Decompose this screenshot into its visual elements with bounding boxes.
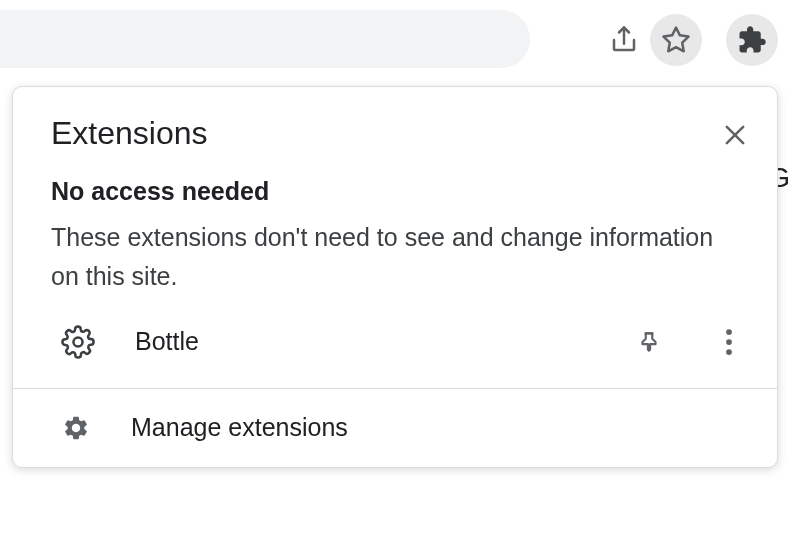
manage-extensions-button[interactable]: Manage extensions bbox=[13, 389, 777, 467]
bookmark-star-button[interactable] bbox=[650, 14, 702, 66]
extension-name: Bottle bbox=[135, 327, 589, 356]
section-heading: No access needed bbox=[51, 177, 739, 206]
omnibox-right-edge bbox=[0, 10, 530, 68]
svg-point-5 bbox=[726, 329, 732, 335]
svg-point-7 bbox=[726, 349, 732, 355]
svg-marker-0 bbox=[664, 28, 689, 52]
pin-icon bbox=[636, 329, 662, 355]
section-description: These extensions don't need to see and c… bbox=[51, 218, 739, 296]
browser-toolbar bbox=[0, 0, 790, 80]
svg-point-6 bbox=[726, 339, 732, 345]
close-button[interactable] bbox=[715, 115, 755, 155]
access-section: No access needed These extensions don't … bbox=[13, 155, 777, 296]
pin-extension-button[interactable] bbox=[629, 322, 669, 362]
gear-icon bbox=[61, 325, 95, 359]
more-vertical-icon bbox=[725, 327, 733, 357]
more-options-button[interactable] bbox=[709, 322, 749, 362]
popup-title: Extensions bbox=[51, 115, 208, 152]
manage-extensions-label: Manage extensions bbox=[131, 413, 348, 442]
share-button[interactable] bbox=[598, 14, 650, 66]
toolbar-actions bbox=[598, 14, 778, 66]
popup-header: Extensions bbox=[13, 87, 777, 155]
close-icon bbox=[721, 121, 749, 149]
extension-item[interactable]: Bottle bbox=[13, 296, 777, 388]
svg-point-3 bbox=[73, 337, 82, 346]
gear-icon bbox=[61, 413, 91, 443]
extensions-popup: Extensions No access needed These extens… bbox=[12, 86, 778, 468]
extensions-toolbar-button[interactable] bbox=[726, 14, 778, 66]
